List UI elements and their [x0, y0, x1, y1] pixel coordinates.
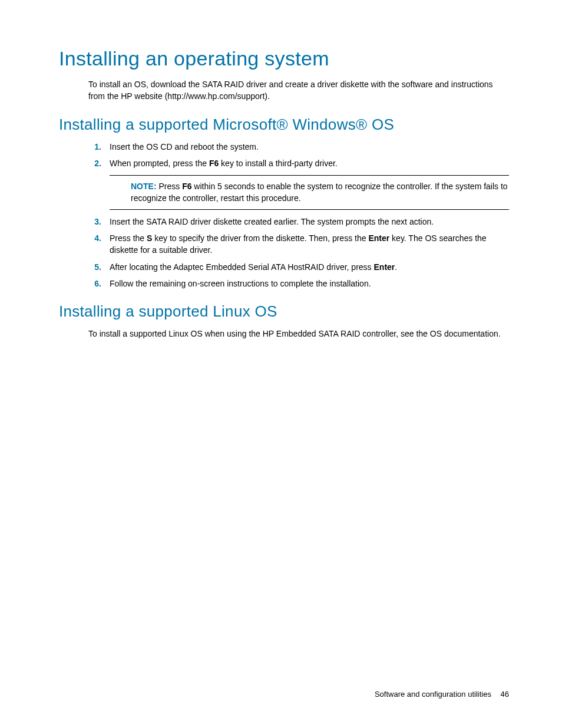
list-marker: 4.: [88, 232, 110, 256]
list-text: Insert the OS CD and reboot the system.: [110, 141, 509, 153]
list-marker: 2.: [88, 157, 110, 169]
key-f6: F6: [182, 182, 191, 191]
list-text: Follow the remaining on-screen instructi…: [110, 278, 509, 289]
text-fragment: .: [395, 262, 397, 272]
list-text: Insert the SATA RAID driver diskette cre…: [110, 216, 509, 228]
note-label: NOTE:: [131, 182, 157, 191]
list-text: Press the S key to specify the driver fr…: [110, 232, 509, 256]
text-fragment: When prompted, press the: [110, 159, 209, 168]
text-fragment: After locating the Adaptec Embedded Seri…: [110, 262, 374, 272]
list-text: When prompted, press the F6 key to insta…: [110, 157, 509, 169]
list-item: 2. When prompted, press the F6 key to in…: [88, 157, 509, 169]
text-fragment: key to install a third-party driver.: [219, 159, 338, 168]
windows-steps-list: 1. Insert the OS CD and reboot the syste…: [88, 141, 509, 170]
key-s: S: [147, 233, 152, 243]
list-text: After locating the Adaptec Embedded Seri…: [110, 261, 509, 273]
list-item: 1. Insert the OS CD and reboot the syste…: [88, 141, 509, 153]
list-marker: 3.: [88, 216, 110, 228]
linux-paragraph: To install a supported Linux OS when usi…: [88, 328, 509, 340]
key-enter: Enter: [374, 262, 395, 272]
text-fragment: key to specify the driver from the diske…: [152, 233, 368, 243]
footer-section-name: Software and configuration utilities: [375, 690, 491, 699]
list-marker: 5.: [88, 261, 110, 273]
list-item: 4. Press the S key to specify the driver…: [88, 232, 509, 256]
page-number: 46: [501, 690, 509, 699]
page-footer: Software and configuration utilities 46: [375, 690, 509, 699]
list-item: 5. After locating the Adaptec Embedded S…: [88, 261, 509, 273]
section-heading-linux: Installing a supported Linux OS: [59, 302, 509, 321]
note-box: NOTE: Press F6 within 5 seconds to enabl…: [110, 175, 509, 210]
intro-paragraph: To install an OS, download the SATA RAID…: [88, 78, 509, 103]
list-item: 3. Insert the SATA RAID driver diskette …: [88, 216, 509, 228]
text-fragment: Press the: [110, 233, 147, 243]
key-enter: Enter: [368, 233, 389, 243]
windows-steps-list-cont: 3. Insert the SATA RAID driver diskette …: [88, 216, 509, 289]
list-item: 6. Follow the remaining on-screen instru…: [88, 278, 509, 289]
list-marker: 6.: [88, 278, 110, 289]
list-marker: 1.: [88, 141, 110, 153]
section-heading-windows: Installing a supported Microsoft® Window…: [59, 116, 509, 134]
page-title: Installing an operating system: [59, 47, 509, 70]
key-f6: F6: [209, 159, 219, 168]
text-fragment: Press: [157, 182, 183, 191]
